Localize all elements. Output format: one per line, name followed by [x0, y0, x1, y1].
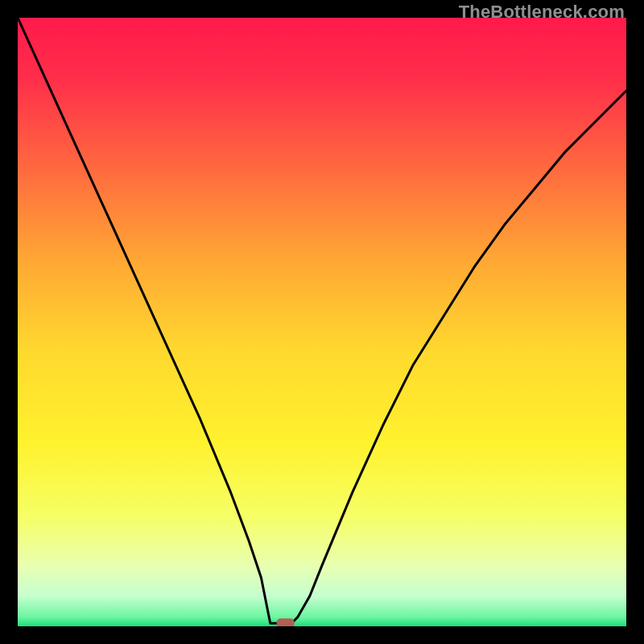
optimum-marker: [277, 618, 295, 626]
plot-frame: [18, 18, 626, 626]
chart-svg: [18, 18, 626, 626]
chart-background: [18, 18, 626, 626]
